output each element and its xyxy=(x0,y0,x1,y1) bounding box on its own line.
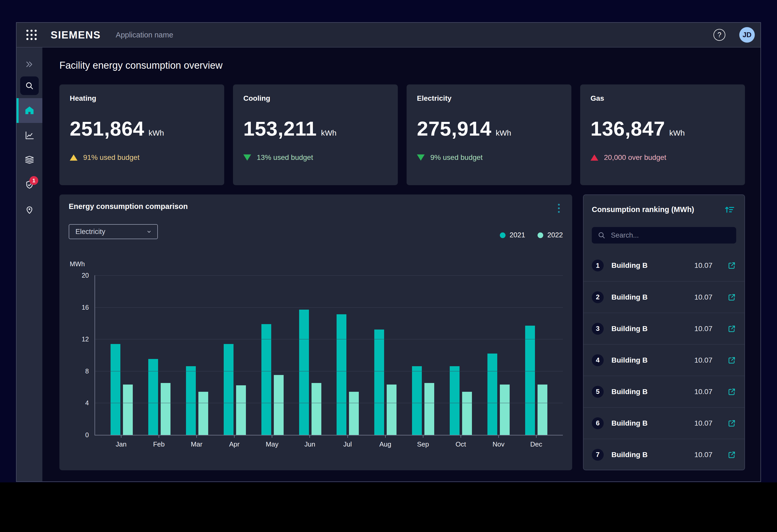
x-tick-oct: Oct xyxy=(442,435,480,448)
kpi-status-text: 91% used budget xyxy=(83,153,139,162)
avatar[interactable]: JD xyxy=(739,27,755,43)
sort-icon[interactable] xyxy=(723,203,736,216)
ranking-row: 3 Building B 10.07 xyxy=(583,313,745,344)
bar-2022-jun xyxy=(312,383,321,435)
sidebar-item-home[interactable] xyxy=(16,98,42,123)
legend-item-2021[interactable]: 2021 xyxy=(500,231,525,239)
sidebar-item-locations[interactable] xyxy=(16,197,42,222)
external-link-icon[interactable] xyxy=(728,419,736,428)
y-tick-label: 0 xyxy=(70,431,89,439)
sidebar-item-compliance[interactable]: 1 xyxy=(16,172,42,197)
content-area: Facility energy consumption overview Hea… xyxy=(42,47,761,482)
search-input[interactable] xyxy=(610,231,731,240)
sidebar-item-search[interactable] xyxy=(16,73,42,98)
bars-row xyxy=(95,275,563,435)
siemens-logo: SIEMENS xyxy=(50,29,101,41)
external-link-icon[interactable] xyxy=(728,450,736,459)
x-tick-apr: Apr xyxy=(215,435,253,448)
trend-triangle-icon xyxy=(417,154,425,161)
legend-item-2022[interactable]: 2022 xyxy=(538,231,563,239)
ranking-list: 1 Building B 10.07 2 Building B 10.07 3 … xyxy=(592,250,736,470)
app-window: SIEMENS Application name ? JD xyxy=(16,22,761,482)
bar-2021-jul xyxy=(337,314,346,435)
sidebar-expand-button[interactable] xyxy=(16,55,42,73)
bar-group-nov xyxy=(480,275,518,435)
bar-2021-dec xyxy=(525,326,535,435)
bar-2022-feb xyxy=(161,383,171,435)
trend-triangle-icon xyxy=(243,154,251,161)
bar-group-feb xyxy=(140,275,178,435)
line-chart-icon xyxy=(24,130,35,140)
building-name: Building B xyxy=(612,451,687,459)
x-tick-jun: Jun xyxy=(291,435,329,448)
bottom-black-strip xyxy=(0,483,777,532)
kpi-status-text: 9% used budget xyxy=(430,153,482,162)
layers-icon xyxy=(24,155,35,165)
external-link-icon[interactable] xyxy=(728,261,736,270)
external-link-icon[interactable] xyxy=(728,387,736,396)
x-tick-sep: Sep xyxy=(404,435,442,448)
home-icon xyxy=(24,105,35,116)
building-name: Building B xyxy=(612,356,687,364)
y-tick-label: 8 xyxy=(70,367,89,375)
kpi-value: 251,864 xyxy=(70,117,144,140)
bar-2022-jan xyxy=(123,385,133,435)
rank-badge: 4 xyxy=(592,354,604,366)
ranking-row: 2 Building B 10.07 xyxy=(583,281,745,313)
external-link-icon[interactable] xyxy=(728,293,736,302)
avatar-initials: JD xyxy=(743,31,752,39)
rank-badge: 1 xyxy=(592,260,604,271)
external-link-icon[interactable] xyxy=(728,324,736,333)
building-name: Building B xyxy=(612,324,687,333)
bar-2022-oct xyxy=(462,392,472,435)
ranking-search xyxy=(592,227,736,244)
bar-group-jan xyxy=(103,275,140,435)
bar-group-jun xyxy=(292,275,329,435)
help-icon[interactable]: ? xyxy=(713,29,725,41)
search-icon xyxy=(597,231,606,239)
y-tick-label: 16 xyxy=(70,303,89,311)
bar-group-apr xyxy=(216,275,254,435)
chart-title: Energy consumption comparison xyxy=(69,202,188,211)
bar-group-oct xyxy=(442,275,480,435)
chart-card: Energy consumption comparison Electricit… xyxy=(60,194,572,470)
bar-2022-aug xyxy=(387,385,397,435)
x-tick-jul: Jul xyxy=(329,435,366,448)
sidebar-item-analytics[interactable] xyxy=(16,123,42,148)
x-tick-may: May xyxy=(253,435,291,448)
building-name: Building B xyxy=(612,293,687,301)
chart-legend: 2021 2022 xyxy=(500,231,563,239)
rank-badge: 5 xyxy=(592,386,604,398)
kpi-title: Heating xyxy=(70,94,214,103)
consumption-value: 10.07 xyxy=(694,419,712,427)
bar-2022-may xyxy=(274,375,284,435)
legend-label: 2022 xyxy=(547,231,563,239)
ranking-title: Consumption ranking (MWh) xyxy=(592,205,694,214)
external-link-icon[interactable] xyxy=(728,356,736,365)
bar-2021-apr xyxy=(224,344,233,435)
chart-area: MWh 048121620 JanFebMarAprMayJunJulAugSe… xyxy=(95,275,563,448)
bar-2021-nov xyxy=(487,354,497,435)
energy-type-dropdown[interactable]: Electricity xyxy=(69,224,158,239)
chart-plot: 048121620 xyxy=(95,275,563,435)
x-tick-mar: Mar xyxy=(178,435,215,448)
kpi-unit: kWh xyxy=(148,129,164,137)
kpi-card-electricity: Electricity 275,914 kWh 9% used budget xyxy=(407,85,571,185)
rank-badge: 3 xyxy=(592,323,604,335)
bar-2021-sep xyxy=(412,366,422,435)
bar-2021-aug xyxy=(374,329,384,435)
app-header: SIEMENS Application name ? JD xyxy=(16,23,761,47)
y-axis-label: MWh xyxy=(70,260,85,268)
bar-2021-mar xyxy=(186,366,196,435)
kebab-menu-icon[interactable] xyxy=(555,202,563,214)
ranking-row: 7 Building B 10.07 xyxy=(583,439,745,470)
legend-dot-icon xyxy=(500,233,506,238)
x-tick-jan: Jan xyxy=(102,435,140,448)
consumption-value: 10.07 xyxy=(694,356,712,364)
location-pin-icon xyxy=(24,205,35,215)
bar-2022-sep xyxy=(424,383,434,435)
sidebar-item-layers[interactable] xyxy=(16,148,42,172)
bar-2022-mar xyxy=(198,392,208,435)
bar-group-sep xyxy=(404,275,442,435)
app-launcher-icon[interactable] xyxy=(26,30,37,40)
